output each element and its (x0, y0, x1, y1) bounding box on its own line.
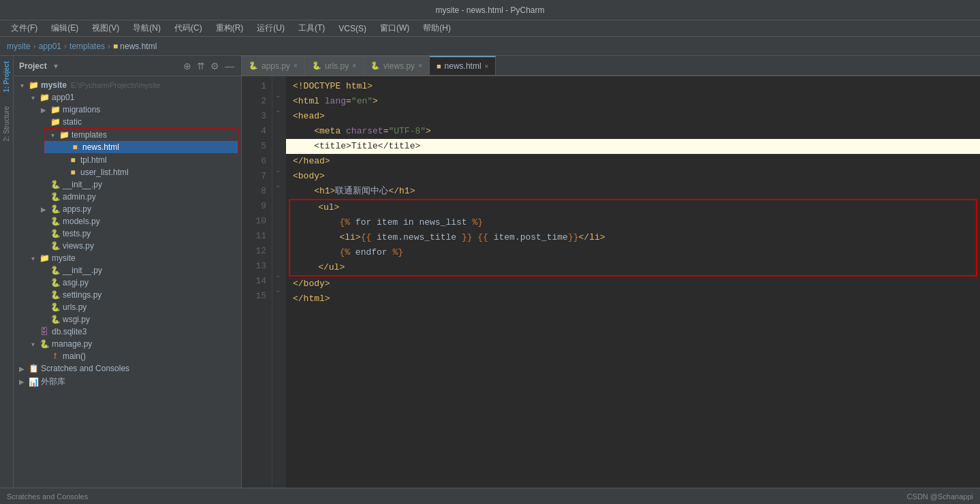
item-label: tests.py (63, 229, 91, 238)
item-label: asgi.py (63, 278, 89, 287)
folder-icon: 📁 (38, 93, 50, 102)
menu-refactor[interactable]: 重构(R) (210, 21, 249, 35)
folder-icon: 📁 (27, 80, 39, 90)
item-label: tpl.html (80, 155, 107, 165)
tab-news-html[interactable]: ■ news.html × (430, 56, 496, 75)
code-text[interactable]: <!DOCTYPE html> <html lang="en"> <head> … (286, 76, 980, 488)
tab-bar: 🐍 apps.py × 🐍 urls.py × 🐍 views.py × ■ n… (242, 56, 980, 76)
item-label: settings.py (63, 290, 101, 300)
sidebar-item-settings-py[interactable]: 🐍 settings.py (14, 289, 241, 301)
folder-icon: 📁 (58, 130, 70, 140)
item-label: __init__.py (63, 180, 102, 189)
code-line-13: </ul> (289, 260, 977, 277)
py-file-icon: 🐍 (49, 278, 61, 287)
sidebar-item-mysite-pkg[interactable]: ▾ 📁 mysite (14, 252, 241, 264)
tab-apps-py[interactable]: 🐍 apps.py × (242, 56, 305, 75)
item-label: mysite (41, 80, 67, 90)
main-area: 1: Project 2: Structure Project ▾ ⊕ ⇈ ⚙ … (0, 56, 980, 488)
menu-view[interactable]: 视图(V) (86, 21, 125, 35)
lib-icon: 📊 (27, 377, 39, 387)
sidebar-item-app01[interactable]: ▾ 📁 app01 (14, 91, 241, 104)
sidebar-item-manage-py[interactable]: ▾ 🐍 manage.py (14, 338, 241, 350)
py-file-icon: 🐍 (49, 217, 61, 226)
py-file-icon: 🐍 (49, 290, 61, 300)
collapse-icon[interactable]: ⇈ (195, 59, 206, 73)
window-title: mysite - news.html - PyCharm (435, 5, 544, 15)
sidebar-item-apps-py[interactable]: ▶ 🐍 apps.py (14, 203, 241, 215)
html-file-icon: ■ (67, 155, 79, 165)
menu-bar: 文件(F) 编辑(E) 视图(V) 导航(N) 代码(C) 重构(R) 运行(U… (0, 20, 980, 37)
hide-icon[interactable]: — (223, 59, 236, 73)
item-label: Scratches and Consoles (41, 364, 129, 373)
close-apps-tab[interactable]: × (294, 62, 298, 69)
menu-code[interactable]: 代码(C) (169, 21, 208, 35)
scratches-icon: 📋 (27, 364, 39, 373)
item-label: models.py (63, 217, 100, 226)
tab-views-py[interactable]: 🐍 views.py × (364, 56, 430, 75)
expand-arrow: ▾ (16, 82, 27, 89)
sidebar-item-admin-py[interactable]: 🐍 admin.py (14, 191, 241, 203)
item-label: admin.py (63, 192, 96, 202)
breadcrumb-templates[interactable]: templates (69, 42, 105, 51)
sidebar-item-static[interactable]: 📁 static (14, 116, 241, 128)
sidebar-item-user-list-html[interactable]: ■ user_list.html (14, 166, 241, 178)
sidebar-item-asgi-py[interactable]: 🐍 asgi.py (14, 277, 241, 289)
sidebar-item-mysite-root[interactable]: ▾ 📁 mysite E:\PycharmProjects\mysite (14, 79, 241, 91)
sidebar-item-views-py[interactable]: 🐍 views.py (14, 240, 241, 252)
sidebar-item-main-fn[interactable]: f main() (14, 350, 241, 362)
py-file-icon: 🐍 (49, 180, 61, 189)
item-label: manage.py (52, 339, 92, 349)
item-label: migrations (63, 105, 100, 114)
sidebar-item-models-py[interactable]: 🐍 models.py (14, 215, 241, 227)
item-label: news.html (82, 142, 119, 152)
sidebar-item-mysite-init[interactable]: 🐍 __init__.py (14, 264, 241, 277)
tab-urls-py[interactable]: 🐍 urls.py × (305, 56, 364, 75)
line-number-gutter: 1 2 3 4 5 6 7 8 9 10 11 12 13 14 15 (242, 76, 272, 488)
sidebar-item-db-sqlite3[interactable]: 🗄 db.sqlite3 (14, 326, 241, 338)
code-line-10: {% for item in news_list %} (289, 215, 977, 230)
py-file-icon: 🐍 (49, 315, 61, 324)
menu-file[interactable]: 文件(F) (5, 21, 43, 35)
py-file-icon: 🐍 (49, 229, 61, 238)
project-tab[interactable]: 1: Project (3, 61, 10, 93)
tab-label: urls.py (325, 61, 349, 71)
menu-vcs[interactable]: VCS(S) (333, 22, 372, 35)
sidebar-item-tests-py[interactable]: 🐍 tests.py (14, 227, 241, 240)
sidebar-item-init-py[interactable]: 🐍 __init__.py (14, 178, 241, 191)
code-editor[interactable]: 1 2 3 4 5 6 7 8 9 10 11 12 13 14 15 ⌄ ⌄ … (242, 76, 980, 488)
settings-icon[interactable]: ⚙ (209, 59, 221, 73)
menu-edit[interactable]: 编辑(E) (46, 21, 84, 35)
sidebar-item-templates[interactable]: ▾ 📁 templates (44, 129, 238, 141)
close-news-tab[interactable]: × (485, 63, 489, 70)
sidebar: Project ▾ ⊕ ⇈ ⚙ — ▾ 📁 mysite E:\PycharmP… (14, 56, 242, 488)
tab-label: apps.py (262, 61, 290, 71)
item-label: static (63, 117, 82, 127)
sidebar-item-external-libs[interactable]: ▶ 📊 外部库 (14, 375, 241, 389)
code-line-14: </body> (286, 277, 980, 292)
menu-run[interactable]: 运行(U) (251, 21, 290, 35)
menu-navigate[interactable]: 导航(N) (127, 21, 166, 35)
breadcrumb-newshtml[interactable]: ■news.html (113, 42, 157, 51)
sidebar-item-wsgi-py[interactable]: 🐍 wsgi.py (14, 313, 241, 326)
fold-gutter: ⌄ ⌄ ⌄ ⌄ ⌄ ⌄ (272, 76, 286, 488)
menu-help[interactable]: 帮助(H) (417, 21, 456, 35)
menu-window[interactable]: 窗口(W) (375, 21, 415, 35)
close-urls-tab[interactable]: × (352, 62, 356, 69)
left-tab-panel: 1: Project 2: Structure (0, 56, 14, 488)
sidebar-item-urls-py[interactable]: 🐍 urls.py (14, 301, 241, 313)
structure-tab[interactable]: 2: Structure (3, 106, 10, 142)
status-scratches: Scratches and Consoles (7, 492, 88, 501)
add-icon[interactable]: ⊕ (182, 59, 193, 73)
sidebar-item-migrations[interactable]: ▶ 📁 migrations (14, 104, 241, 116)
sidebar-item-news-html[interactable]: ■ news.html (44, 141, 238, 153)
code-line-15: </html> (286, 292, 980, 306)
sidebar-item-tpl-html[interactable]: ■ tpl.html (14, 154, 241, 166)
breadcrumb-mysite[interactable]: mysite (7, 42, 31, 51)
editor-area: 🐍 apps.py × 🐍 urls.py × 🐍 views.py × ■ n… (242, 56, 980, 488)
project-dropdown-icon[interactable]: ▾ (54, 61, 58, 71)
breadcrumb-app01[interactable]: app01 (39, 42, 61, 51)
sidebar-item-scratches[interactable]: ▶ 📋 Scratches and Consoles (14, 362, 241, 375)
menu-tools[interactable]: 工具(T) (293, 21, 330, 35)
close-views-tab[interactable]: × (418, 62, 422, 69)
folder-icon: 📁 (49, 105, 61, 114)
